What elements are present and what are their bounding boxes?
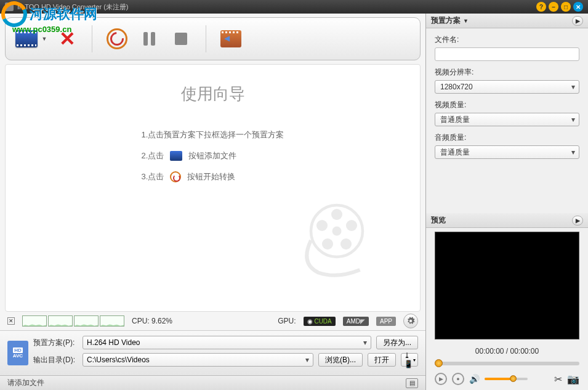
preset-combo[interactable]: H.264 HD Video [83,336,371,349]
performance-bar: ✕ CPU: 9.62% GPU: ◉ CUDA AMD◤ APP [0,312,425,330]
save-as-button[interactable]: 另存为... [376,336,418,349]
close-button[interactable]: ✕ [573,2,583,12]
help-button[interactable]: ? [536,2,546,12]
convert-icon [107,28,127,49]
resolution-label: 视频分辨率: [435,67,579,78]
output-dir-combo[interactable]: C:\Users\cs\Videos [83,353,313,367]
seek-slider[interactable] [435,362,579,365]
preset-panel-header: 预置方案▼ ▶ [426,14,588,28]
play-stop-button[interactable]: ● [452,373,464,385]
open-button[interactable]: 打开 [368,353,396,367]
perf-settings-button[interactable] [403,314,418,328]
status-text: 请添加文件 [7,378,44,388]
cpu-usage-label: CPU: 9.62% [132,317,172,325]
video-quality-label: 视频质量: [435,100,579,110]
player-controls: ▶ ● 🔊 ✂ 📷 [426,368,588,390]
app-badge: APP [376,317,396,326]
main-area: 使用向导 1.点击预置方案下拉框选择一个预置方案 2.点击 按钮添加文件 3.点… [5,64,421,312]
maximize-button[interactable]: □ [561,2,571,12]
wizard-title: 使用向导 [6,83,420,105]
film-reel-decoration [291,194,383,286]
time-display: 00:00:00 / 00:00:00 [426,343,588,359]
amd-badge: AMD◤ [343,317,369,326]
browse-button[interactable]: 浏览(B)... [318,353,363,367]
wizard-step-3: 3.点击 按钮开始转换 [142,171,284,182]
snapshot-button[interactable]: 📷 [567,373,579,385]
volume-thumb[interactable] [510,375,517,382]
filename-label: 文件名: [435,35,579,45]
mark-in-button[interactable]: ✂ [554,373,562,385]
svg-point-6 [316,220,328,231]
svg-point-4 [340,238,352,250]
cpu-graphs [22,315,124,327]
wizard-step-1: 1.点击预置方案下拉框选择一个预置方案 [142,129,284,140]
filename-input[interactable] [435,47,579,61]
convert-icon [170,171,181,182]
perf-close-button[interactable]: ✕ [7,317,15,325]
seek-thumb[interactable] [435,359,443,367]
pause-button[interactable] [135,25,163,52]
svg-point-1 [332,227,342,236]
stop-button[interactable] [167,25,195,52]
device-export-button[interactable]: ⤓📱▾ [401,353,418,367]
chevron-down-icon[interactable]: ▼ [463,18,469,24]
titlebar: ImTOO HD Video Converter (未注册) ? – □ ✕ [0,0,588,14]
svg-point-2 [331,209,342,220]
preset-collapse-button[interactable]: ▶ [572,16,583,26]
film-icon [15,30,38,47]
wizard-step-2: 2.点击 按钮添加文件 [142,150,284,161]
stop-icon [175,33,187,45]
svg-point-5 [322,238,333,250]
delete-button[interactable]: ✕ [54,25,81,52]
preview-collapse-button[interactable]: ▶ [572,216,583,225]
pause-icon [143,32,155,46]
folder-back-icon [220,30,241,47]
delete-x-icon: ✕ [59,27,76,51]
preview-video-area [435,232,579,339]
window-title: ImTOO HD Video Converter (未注册) [17,2,536,12]
film-icon [170,151,182,161]
volume-icon[interactable]: 🔊 [469,374,480,384]
volume-slider[interactable] [485,378,528,380]
convert-button[interactable] [103,25,131,52]
audio-quality-label: 音频质量: [435,132,579,143]
add-file-button[interactable] [13,25,40,52]
gpu-label: GPU: [278,317,296,325]
bottom-settings: HDAVC 预置方案(P): H.264 HD Video 另存为... 输出目… [0,330,425,375]
status-bar: 请添加文件 ▤ [0,375,425,390]
gear-icon [406,317,415,325]
output-dir-label: 输出目录(D): [33,355,78,365]
preset-label: 预置方案(P): [33,338,78,348]
list-view-toggle[interactable]: ▤ [406,378,418,388]
hd-avc-icon: HDAVC [7,341,28,365]
preview-panel-header: 预览 ▶ [426,213,588,228]
output-folder-button[interactable] [217,25,244,52]
audio-quality-combo[interactable]: 普通质量 [435,145,579,159]
svg-point-3 [346,220,357,231]
video-quality-combo[interactable]: 普通质量 [435,113,579,126]
add-file-dropdown[interactable]: ▼ [40,25,49,52]
toolbar: ▼ ✕ [5,17,421,60]
play-button[interactable]: ▶ [435,373,447,385]
app-icon [5,2,14,11]
minimize-button[interactable]: – [549,2,558,12]
cuda-badge: ◉ CUDA [304,317,336,326]
resolution-combo[interactable]: 1280x720 [435,80,579,94]
